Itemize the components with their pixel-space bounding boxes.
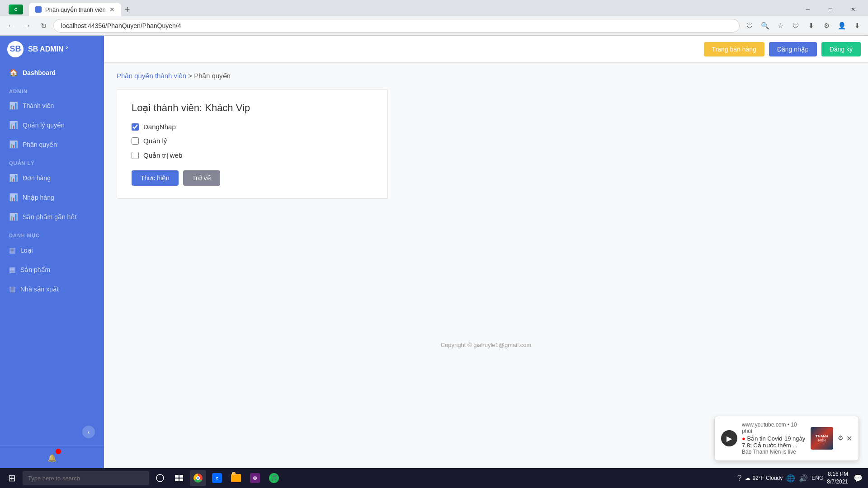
tray-question-icon[interactable]: ? [737, 474, 741, 483]
taskbar-visual-studio-icon[interactable]: ⊗ [247, 470, 263, 486]
phan-quyen-icon: 📊 [9, 140, 18, 149]
label-quan-tri-web: Quản trị web [143, 151, 182, 160]
sidebar-label-nhap-hang: Nhập hàng [23, 194, 54, 201]
refresh-button[interactable]: ↻ [37, 19, 50, 32]
browser-tabs: C Phân quyền thành viên ✕ + [5, 3, 133, 16]
permission-dang-nhap[interactable]: DangNhap [132, 123, 373, 131]
volume-icon[interactable]: 🔊 [799, 474, 808, 483]
start-button[interactable]: ⊞ [4, 470, 20, 486]
taskbar: ⊞ Z ⊗ 🎵 ? ☁ 92°F Cloudy 🌐 🔊 ENG [0, 468, 868, 488]
sidebar-item-nha-san-xuat[interactable]: ▦ Nhà sản xuất [0, 279, 104, 299]
label-quan-ly: Quản lý [143, 137, 167, 145]
tro-ve-button[interactable]: Trở về [183, 170, 220, 186]
sidebar-label-san-pham-gan-het: Sản phẩm gần hết [23, 213, 76, 221]
sidebar-item-thanh-vien[interactable]: 📊 Thành viên [0, 96, 104, 115]
taskbar-game-icon[interactable]: 🎵 [266, 470, 282, 486]
brand: SB SB ADMIN ² [0, 36, 104, 63]
sidebar-item-quan-ly-quyen[interactable]: 📊 Quản lý quyền [0, 115, 104, 135]
permission-quan-tri-web[interactable]: Quản trị web [132, 151, 373, 160]
don-hang-icon: 📊 [9, 174, 18, 182]
page-footer: Copyright © giahuyle1@gmail.com [117, 334, 855, 356]
weather-condition: Cloudy [766, 475, 783, 481]
brand-logo: SB [7, 41, 24, 57]
security-icon[interactable]: 🛡 [789, 19, 802, 32]
sidebar: 🏠 Dashboard ADMIN 📊 Thành viên 📊 Quản lý… [0, 63, 104, 488]
sidebar-item-loai[interactable]: ▦ Loại [0, 240, 104, 260]
title-bar: C Phân quyền thành viên ✕ + ─ □ ✕ [0, 0, 868, 16]
minimize-button[interactable]: ─ [797, 3, 818, 16]
sidebar-section-quan-ly: QUẢN LÝ [0, 154, 104, 168]
sidebar-item-phan-quyen[interactable]: 📊 Phân quyền [0, 135, 104, 154]
thuc-hien-button[interactable]: Thực hiện [132, 170, 179, 186]
dang-ky-button[interactable]: Đăng ký [821, 42, 861, 56]
download-icon[interactable]: ⬇ [851, 19, 863, 32]
svg-rect-4 [179, 479, 183, 481]
breadcrumb-parent[interactable]: Phân quyền thành viên [117, 72, 186, 80]
download-manage-icon[interactable]: ⬇ [805, 19, 817, 32]
dang-nhap-button[interactable]: Đăng nhập [769, 42, 817, 56]
taskbar-cortana-icon[interactable] [152, 470, 168, 486]
notification-dot: ● [742, 435, 745, 442]
active-tab[interactable]: Phân quyền thành viên ✕ [29, 3, 121, 16]
sidebar-label-phan-quyen: Phân quyền [23, 141, 57, 148]
action-center-icon[interactable]: 💬 [852, 472, 864, 484]
notification-content: www.youtube.com • 10 phút ● Bản tin Covi… [742, 422, 806, 455]
forward-button[interactable]: → [21, 19, 33, 32]
tab-close-button[interactable]: ✕ [109, 6, 115, 13]
permission-quan-ly[interactable]: Quản lý [132, 137, 373, 145]
notification-settings-button[interactable]: ⚙ [838, 434, 844, 441]
extensions-icon[interactable]: ⚙ [820, 19, 833, 32]
taskbar-task-view-icon[interactable] [171, 470, 187, 486]
shield-icon[interactable]: 🛡 [743, 19, 756, 32]
sidebar-section-admin: ADMIN [0, 82, 104, 96]
permissions-list: DangNhap Quản lý Quản trị web [132, 123, 373, 160]
sidebar-item-dashboard[interactable]: 🏠 Dashboard [0, 63, 104, 82]
system-tray: ? ☁ 92°F Cloudy 🌐 🔊 ENG 8:16 PM 8/7/2021… [737, 470, 864, 486]
trang-ban-hang-button[interactable]: Trang bán hàng [704, 42, 764, 56]
maximize-button[interactable]: □ [820, 3, 841, 16]
url-input[interactable] [53, 19, 740, 33]
notification-subtitle: Báo Thanh Niên is live [742, 449, 806, 455]
thanh-vien-icon: 📊 [9, 101, 18, 110]
taskbar-clock[interactable]: 8:16 PM 8/7/2021 [827, 470, 848, 486]
sidebar-item-san-pham[interactable]: ▦ Sản phẩm [0, 260, 104, 279]
dashboard-label: Dashboard [23, 69, 56, 76]
notification-popup: ▶ www.youtube.com • 10 phút ● Bản tin Co… [714, 416, 859, 461]
taskbar-date-display: 8/7/2021 [827, 478, 848, 486]
sidebar-label-quan-ly-quyen: Quản lý quyền [23, 122, 65, 129]
taskbar-chrome-icon[interactable] [190, 470, 206, 486]
taskbar-zalo-icon[interactable]: Z [209, 470, 225, 486]
dashboard-icon: 🏠 [9, 68, 18, 77]
notification-badge [56, 449, 61, 454]
checkbox-quan-ly[interactable] [132, 137, 139, 145]
profile-icon[interactable]: 👤 [835, 19, 848, 32]
sidebar-toggle-button[interactable]: ‹ [82, 426, 95, 438]
checkbox-quan-tri-web[interactable] [132, 152, 139, 159]
san-pham-icon: ▦ [9, 265, 16, 274]
sidebar-label-nha-san-xuat: Nhà sản xuất [20, 286, 59, 293]
sidebar-item-san-pham-gan-het[interactable]: 📊 Sản phẩm gần hết [0, 207, 104, 226]
window-controls: ─ □ ✕ [797, 3, 863, 16]
close-button[interactable]: ✕ [843, 3, 863, 16]
language-display: ENG [811, 475, 823, 481]
sidebar-item-nhap-hang[interactable]: 📊 Nhập hàng [0, 188, 104, 207]
sidebar-label-san-pham: Sản phẩm [20, 266, 50, 273]
notification-thumbnail: THANH NIÊN [811, 427, 833, 450]
sidebar-section-danh-muc: DANH MỤC [0, 226, 104, 240]
checkbox-dang-nhap[interactable] [132, 123, 139, 131]
taskbar-search-input[interactable] [23, 471, 149, 485]
weather-icon: ☁ [745, 475, 750, 481]
bookmark-icon[interactable]: ☆ [774, 19, 787, 32]
taskbar-explorer-icon[interactable] [228, 470, 244, 486]
network-icon[interactable]: 🌐 [786, 474, 795, 483]
sidebar-item-don-hang[interactable]: 📊 Đơn hàng [0, 168, 104, 188]
back-button[interactable]: ← [5, 19, 17, 32]
notification-bell-icon[interactable]: 🔔 [44, 450, 60, 466]
zoom-icon[interactable]: 🔍 [759, 19, 771, 32]
notification-close-button[interactable]: ✕ [846, 434, 852, 443]
new-tab-button[interactable]: + [121, 3, 134, 16]
navbar-right: Trang bán hàng Đăng nhập Đăng ký [704, 42, 861, 56]
svg-rect-2 [179, 475, 183, 478]
notification-controls: ⚙ ✕ [838, 434, 852, 443]
brand-name: SB ADMIN ² [28, 45, 68, 53]
